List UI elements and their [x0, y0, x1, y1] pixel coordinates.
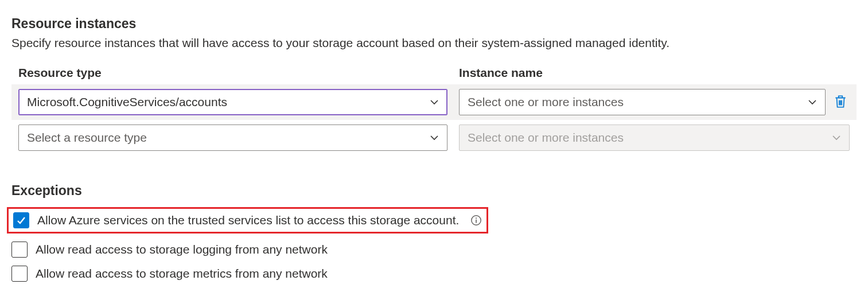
exception-label: Allow read access to storage metrics fro… [36, 267, 328, 281]
resource-instances-description: Specify resource instances that will hav… [11, 36, 857, 50]
chevron-down-icon [831, 132, 842, 143]
resource-type-dropdown[interactable]: Microsoft.CognitiveServices/accounts [18, 89, 447, 115]
chevron-down-icon [807, 96, 818, 108]
instance-name-dropdown-disabled: Select one or more instances [459, 124, 850, 151]
exception-label: Allow read access to storage logging fro… [36, 243, 328, 256]
exceptions-heading: Exceptions [11, 183, 857, 199]
instance-name-placeholder: Select one or more instances [468, 131, 624, 145]
trash-icon [833, 94, 848, 111]
exception-label: Allow Azure services on the trusted serv… [37, 213, 459, 227]
resource-table-header: Resource type Instance name [11, 66, 857, 84]
exception-item: Allow read access to storage metrics fro… [11, 262, 857, 286]
resource-row: Microsoft.CognitiveServices/accounts Sel… [11, 84, 857, 120]
column-header-resource-type: Resource type [18, 66, 452, 80]
resource-type-placeholder: Select a resource type [27, 131, 147, 145]
svg-point-1 [476, 217, 477, 219]
instance-name-dropdown[interactable]: Select one or more instances [459, 89, 826, 115]
delete-row-button[interactable] [831, 93, 850, 111]
exception-item: Allow read access to storage logging fro… [11, 238, 857, 262]
checkbox-allow-trusted-services[interactable] [13, 212, 29, 228]
info-icon[interactable] [470, 215, 482, 226]
resource-type-value: Microsoft.CognitiveServices/accounts [27, 95, 227, 109]
resource-type-dropdown[interactable]: Select a resource type [18, 124, 447, 151]
column-header-instance-name: Instance name [459, 66, 850, 80]
chevron-down-icon [429, 96, 440, 108]
resource-instances-heading: Resource instances [11, 16, 857, 32]
resource-row: Select a resource type Select one or mor… [11, 120, 857, 155]
exception-item: Allow Azure services on the trusted serv… [11, 203, 857, 238]
chevron-down-icon [429, 132, 440, 143]
highlighted-exception: Allow Azure services on the trusted serv… [7, 207, 488, 233]
checkbox-allow-logging-read[interactable] [11, 242, 28, 258]
checkbox-allow-metrics-read[interactable] [11, 266, 28, 282]
svg-rect-2 [476, 220, 477, 223]
instance-name-placeholder: Select one or more instances [468, 95, 624, 109]
